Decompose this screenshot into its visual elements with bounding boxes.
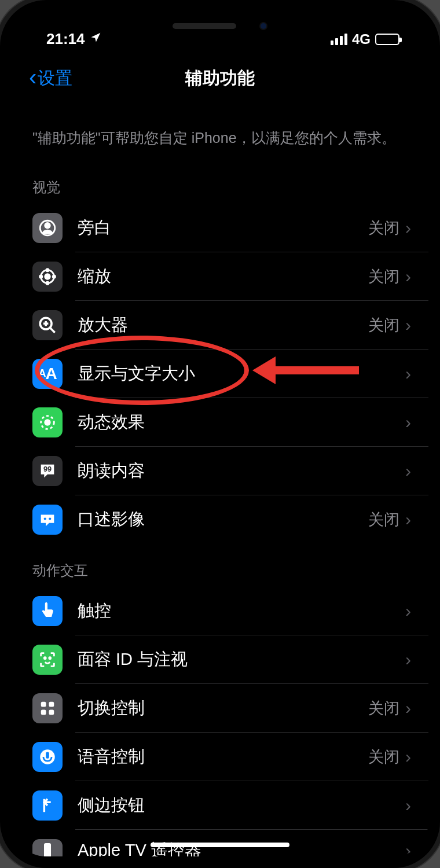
svg-point-5 — [46, 282, 49, 284]
row-side-button[interactable]: 侧边按钮 › — [12, 781, 428, 830]
screen: 21:14 4G ‹ 设置 辅助功能 "辅助功能"可帮助您自定 iPhone，以… — [12, 12, 428, 856]
list-vision: 旁白 关闭 › 缩放 关闭 › 放大器 关闭 — [12, 204, 428, 544]
switch-control-icon — [32, 693, 63, 723]
row-label: 语音控制 — [78, 745, 368, 768]
row-value: 关闭 — [368, 746, 399, 767]
chevron-right-icon: › — [405, 267, 411, 286]
chevron-right-icon: › — [405, 413, 411, 432]
row-label: 触控 — [78, 599, 399, 623]
chevron-left-icon: ‹ — [29, 65, 36, 89]
chevron-right-icon: › — [405, 461, 411, 481]
chevron-right-icon: › — [405, 841, 411, 857]
row-label: 放大器 — [78, 314, 368, 337]
list-motor: 触控 › 面容 ID 与注视 › 切换控制 — [12, 587, 428, 857]
back-button[interactable]: ‹ 设置 — [29, 67, 72, 90]
svg-line-11 — [50, 328, 55, 333]
row-voiceover[interactable]: 旁白 关闭 › — [12, 204, 428, 252]
svg-rect-19 — [41, 701, 46, 707]
battery-icon — [375, 34, 399, 45]
svg-point-3 — [45, 274, 50, 279]
status-time: 21:14 — [46, 30, 85, 48]
row-audio-descriptions[interactable]: 口述影像 关闭 › — [12, 495, 428, 544]
svg-point-16 — [49, 517, 51, 520]
back-label: 设置 — [38, 67, 72, 90]
page-description: "辅助功能"可帮助您自定 iPhone，以满足您的个人需求。 — [12, 104, 428, 161]
row-label: 缩放 — [78, 265, 368, 288]
chevron-right-icon: › — [405, 796, 411, 815]
row-value: 关闭 — [368, 509, 399, 530]
row-motion[interactable]: 动态效果 › — [12, 398, 428, 447]
face-id-icon — [32, 645, 63, 675]
notch — [127, 12, 313, 41]
section-header-motor: 动作交互 — [12, 544, 428, 587]
row-value: 关闭 — [368, 266, 399, 287]
row-value: 关闭 — [368, 218, 399, 238]
svg-rect-24 — [46, 752, 49, 758]
voiceover-icon — [32, 213, 63, 243]
svg-rect-25 — [44, 843, 51, 857]
home-indicator[interactable] — [151, 843, 289, 847]
location-icon — [90, 32, 101, 47]
audio-descriptions-icon — [32, 505, 63, 535]
row-spoken-content[interactable]: 99 朗读内容 › — [12, 447, 428, 495]
svg-point-1 — [45, 223, 50, 228]
row-value: 关闭 — [368, 315, 399, 336]
chevron-right-icon: › — [405, 601, 411, 621]
row-voice-control[interactable]: 语音控制 关闭 › — [12, 733, 428, 781]
row-label: 口述影像 — [78, 508, 368, 531]
spoken-content-icon: 99 — [32, 456, 63, 486]
voice-control-icon — [32, 742, 63, 772]
row-value: 关闭 — [368, 698, 399, 719]
svg-rect-21 — [41, 709, 46, 715]
row-switch-control[interactable]: 切换控制 关闭 › — [12, 684, 428, 733]
row-label: 面容 ID 与注视 — [78, 648, 399, 671]
signal-icon — [331, 34, 347, 45]
svg-point-17 — [44, 657, 46, 659]
row-label: 切换控制 — [78, 697, 368, 720]
row-label: 动态效果 — [78, 411, 399, 434]
row-label: 旁白 — [78, 216, 368, 240]
row-magnifier[interactable]: 放大器 关闭 › — [12, 301, 428, 350]
svg-point-6 — [40, 275, 42, 277]
chevron-right-icon: › — [405, 747, 411, 767]
row-zoom[interactable]: 缩放 关闭 › — [12, 252, 428, 301]
row-label: 显示与文字大小 — [78, 362, 399, 385]
magnifier-icon — [32, 310, 63, 340]
svg-rect-20 — [49, 701, 54, 707]
row-label: 朗读内容 — [78, 459, 399, 483]
text-size-icon: AA — [32, 359, 63, 389]
phone-frame: 21:14 4G ‹ 设置 辅助功能 "辅助功能"可帮助您自定 iPhone，以… — [0, 0, 440, 868]
svg-point-7 — [53, 275, 55, 277]
zoom-icon — [32, 262, 63, 292]
svg-point-15 — [44, 517, 46, 520]
side-button-icon — [32, 790, 63, 821]
row-label: 侧边按钮 — [78, 794, 399, 817]
svg-point-18 — [49, 657, 51, 659]
apple-tv-remote-icon — [32, 839, 63, 857]
chevron-right-icon: › — [405, 364, 411, 384]
row-touch[interactable]: 触控 › — [12, 587, 428, 635]
row-face-id-attention[interactable]: 面容 ID 与注视 › — [12, 635, 428, 684]
page-title: 辅助功能 — [185, 67, 255, 90]
chevron-right-icon: › — [405, 698, 411, 718]
svg-text:99: 99 — [43, 465, 52, 473]
chevron-right-icon: › — [405, 510, 411, 529]
motion-icon — [32, 407, 63, 437]
touch-icon — [32, 596, 63, 626]
row-label: Apple TV 遥控器 — [78, 839, 405, 857]
chevron-right-icon: › — [405, 650, 411, 670]
svg-point-4 — [46, 269, 49, 271]
network-label: 4G — [352, 31, 371, 47]
chevron-right-icon: › — [405, 218, 411, 238]
svg-point-13 — [45, 420, 50, 425]
section-header-vision: 视觉 — [12, 161, 428, 204]
chevron-right-icon: › — [405, 315, 411, 335]
row-display-text-size[interactable]: AA 显示与文字大小 › — [12, 350, 428, 398]
content[interactable]: "辅助功能"可帮助您自定 iPhone，以满足您的个人需求。 视觉 旁白 关闭 … — [12, 104, 428, 856]
svg-rect-22 — [49, 709, 54, 715]
nav-bar: ‹ 设置 辅助功能 — [12, 52, 428, 104]
